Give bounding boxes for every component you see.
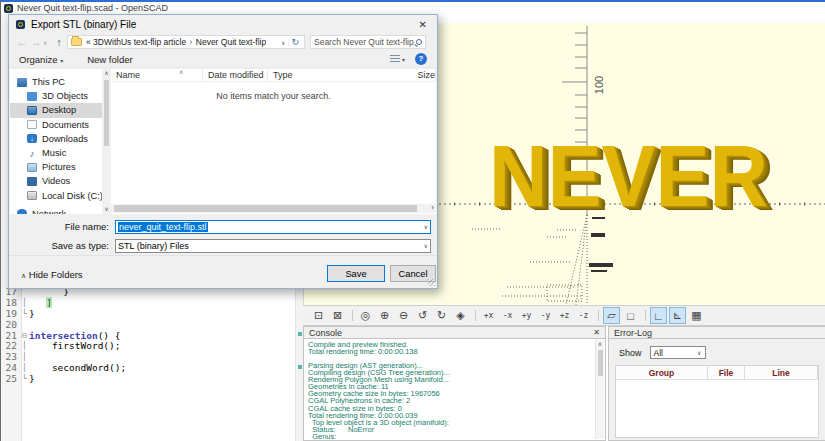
file-name-value[interactable]: never_quit_text-flip.stl — [118, 222, 208, 232]
fold-marker-icon[interactable]: │ — [20, 341, 29, 352]
zoom-all-button[interactable]: ◎ — [357, 307, 374, 324]
view-front-icon: -y — [541, 311, 551, 320]
view-mode-button[interactable]: ▾ — [390, 55, 405, 63]
new-folder-button[interactable]: New folder — [87, 54, 132, 65]
error-log-titlebar: Error-Log — [608, 326, 825, 339]
nav-forward-icon[interactable]: → — [29, 36, 43, 48]
nav-up-icon[interactable]: ↑ — [51, 36, 67, 48]
sidebar-item[interactable]: Documents — [10, 118, 102, 132]
column-header[interactable]: Name — [111, 69, 203, 81]
nav-back-icon[interactable]: ← — [15, 36, 29, 48]
scroll-up-icon[interactable]: ∧ — [596, 340, 604, 348]
code-line[interactable]: 25 └ } — [1, 374, 294, 385]
scrollbar-thumb[interactable] — [114, 205, 417, 212]
orthographic-button[interactable]: □ — [622, 307, 639, 324]
search-icon[interactable] — [416, 39, 422, 45]
scroll-up-icon[interactable]: ∧ — [102, 69, 111, 78]
save-type-combobox[interactable]: STL (binary) Files ∨ — [115, 239, 431, 253]
code-line[interactable]: 18 │ ] — [1, 298, 294, 309]
view-top-button[interactable]: +z — [556, 307, 573, 324]
console-scrollbar[interactable]: ∧ — [595, 340, 604, 439]
console-output[interactable]: Compile and preview finished.Total rende… — [303, 339, 606, 441]
console-line: Genus: — [308, 433, 605, 440]
sidebar-item[interactable]: Network — [10, 207, 102, 214]
view-right-button[interactable]: +x — [480, 307, 497, 324]
orthographic-icon: □ — [627, 310, 634, 322]
scrollbar-thumb[interactable] — [104, 80, 109, 146]
scroll-right-icon[interactable]: › — [431, 203, 434, 212]
code-line[interactable]: 19 └ } — [1, 309, 294, 320]
error-column-header[interactable] — [817, 366, 818, 379]
file-name-combobox[interactable]: never_quit_text-flip.stl ∨ — [115, 220, 431, 234]
scroll-down-icon[interactable]: ∨ — [102, 205, 111, 214]
address-dropdown-icon[interactable]: ∨ — [278, 39, 289, 46]
zoom-out-button[interactable]: ⊖ — [395, 307, 412, 324]
fold-marker-icon[interactable]: └ — [20, 374, 29, 385]
nav-history-dropdown-icon[interactable]: ∨ — [43, 39, 51, 46]
view-left-button[interactable]: -x — [499, 307, 516, 324]
preview-button[interactable]: ⊡ — [310, 307, 327, 324]
show-edges-button[interactable]: ▦ — [688, 307, 705, 324]
sidebar-item[interactable]: Local Disk (C:) — [10, 189, 102, 203]
videos-icon — [27, 177, 37, 186]
save-button[interactable]: Save — [327, 265, 385, 282]
column-header[interactable]: Type — [268, 69, 412, 81]
sidebar-item[interactable]: Videos — [10, 174, 102, 188]
code-text: firstWord(); — [29, 341, 121, 352]
scrollbar-thumb[interactable] — [598, 350, 603, 376]
reset-rotation-button[interactable]: ↺ — [414, 307, 431, 324]
error-log-body: Show All ∨ GroupFileLine — [608, 339, 825, 441]
sidebar-item[interactable]: Desktop — [10, 103, 102, 117]
show-axes-button[interactable]: ∟ — [650, 307, 667, 324]
show-scale-markers-button[interactable]: ⊾ — [669, 307, 686, 324]
zoom-in-button[interactable]: ⊕ — [376, 307, 393, 324]
console-close-icon[interactable]: ✕ — [593, 328, 600, 337]
address-bar[interactable]: « 3DWithUs text-flip article › Never Qui… — [67, 35, 305, 49]
fold-marker-icon[interactable]: │ — [20, 352, 29, 363]
view-front-button[interactable]: -y — [537, 307, 554, 324]
error-column-header[interactable]: File — [708, 366, 745, 379]
sidebar-item[interactable]: ♪ Music — [10, 146, 102, 160]
list-horizontal-scrollbar[interactable]: › — [111, 204, 436, 213]
sidebar-item[interactable]: 3D Objects — [10, 89, 102, 103]
perspective-icon: ▱ — [607, 309, 615, 322]
sidebar-item[interactable]: This PC — [10, 75, 102, 89]
column-header[interactable]: Date modified — [203, 69, 268, 81]
fold-marker-icon[interactable] — [20, 320, 29, 331]
editor-scrollbar[interactable] — [295, 287, 303, 441]
search-box[interactable]: Search Never Quit text-flip — [310, 35, 426, 49]
combo-arrow-icon[interactable]: ∨ — [424, 223, 428, 230]
column-header[interactable]: Size — [412, 69, 436, 81]
render-button[interactable]: ⊠ — [329, 307, 346, 324]
perspective-button[interactable]: ▱ — [603, 307, 620, 324]
breadcrumb-current[interactable]: Never Quit text-flip — [196, 37, 266, 47]
sidebar-item[interactable]: ↓ Downloads — [10, 132, 102, 146]
window-top-accent — [1, 0, 825, 2]
dropdown-arrow-icon: ▾ — [402, 56, 405, 63]
error-column-header[interactable]: Line — [745, 366, 817, 379]
hide-folders-button[interactable]: ∧ Hide Folders — [21, 269, 83, 280]
sidebar-scrollbar[interactable]: ∧ ∨ — [102, 69, 111, 214]
fold-marker-icon[interactable]: └ — [20, 309, 29, 320]
view-back-button[interactable]: +y — [518, 307, 535, 324]
fold-marker-icon[interactable]: │ — [20, 363, 29, 374]
sidebar-item[interactable]: Pictures — [10, 160, 102, 174]
error-column-header[interactable]: Group — [616, 366, 708, 379]
fold-marker-icon[interactable]: │ — [20, 298, 29, 309]
line-number: 20 — [1, 320, 20, 331]
code-line[interactable]: 22 │ firstWord(); — [1, 341, 294, 352]
breadcrumb-parent[interactable]: 3DWithUs text-flip article — [93, 37, 186, 47]
code-line[interactable]: 24 │ secondWord(); — [1, 363, 294, 374]
refresh-icon[interactable]: ↻ — [289, 37, 301, 47]
dialog-close-icon[interactable]: ✕ — [416, 19, 430, 30]
help-button[interactable]: ? — [415, 53, 427, 65]
error-filter-dropdown[interactable]: All ∨ — [650, 346, 706, 359]
view-all-button[interactable]: ◈ — [452, 307, 469, 324]
reset-view-button[interactable]: ↻ — [433, 307, 450, 324]
organize-menu[interactable]: Organize ▾ — [19, 54, 63, 65]
resize-grip[interactable] — [428, 279, 435, 286]
fold-marker-icon[interactable]: ⊟ — [20, 331, 29, 342]
view-bottom-button[interactable]: -z — [575, 307, 592, 324]
combo-arrow-icon[interactable]: ∨ — [424, 242, 428, 249]
dialog-footer: ∧ Hide Folders Save Cancel — [9, 255, 437, 288]
